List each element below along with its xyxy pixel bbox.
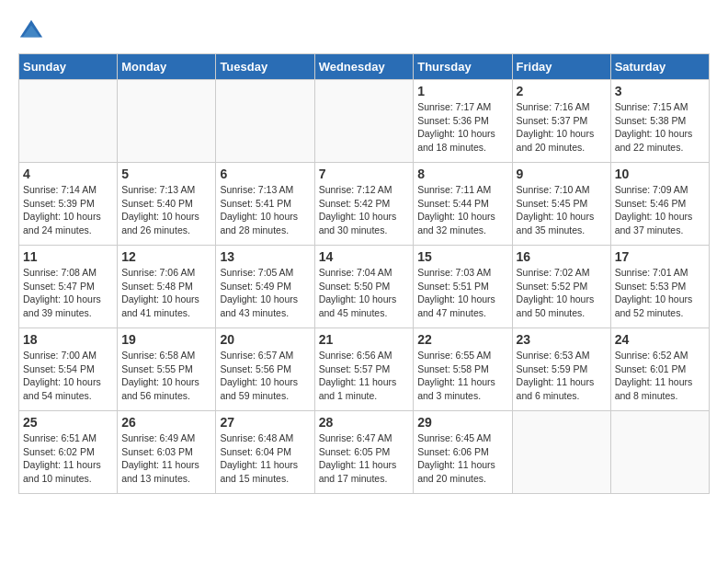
day-number: 2 bbox=[517, 84, 607, 98]
calendar-cell: 22Sunrise: 6:55 AMSunset: 5:58 PMDayligh… bbox=[414, 328, 512, 411]
calendar-cell bbox=[118, 80, 216, 163]
day-number: 1 bbox=[417, 84, 507, 98]
calendar-cell: 25Sunrise: 6:51 AMSunset: 6:02 PMDayligh… bbox=[19, 411, 118, 494]
day-number: 6 bbox=[220, 167, 310, 181]
calendar-table: SundayMondayTuesdayWednesdayThursdayFrid… bbox=[18, 53, 710, 494]
day-info: Sunrise: 7:17 AMSunset: 5:36 PMDaylight:… bbox=[417, 100, 507, 155]
day-number: 27 bbox=[220, 415, 310, 430]
calendar-cell: 9Sunrise: 7:10 AMSunset: 5:45 PMDaylight… bbox=[512, 163, 610, 246]
day-info: Sunrise: 7:14 AMSunset: 5:39 PMDaylight:… bbox=[23, 183, 113, 237]
day-number: 20 bbox=[220, 332, 310, 347]
calendar-cell: 13Sunrise: 7:05 AMSunset: 5:49 PMDayligh… bbox=[216, 246, 314, 328]
calendar-week-row: 25Sunrise: 6:51 AMSunset: 6:02 PMDayligh… bbox=[19, 411, 710, 494]
day-info: Sunrise: 7:04 AMSunset: 5:50 PMDaylight:… bbox=[319, 266, 410, 320]
day-number: 19 bbox=[121, 332, 211, 347]
calendar-cell: 3Sunrise: 7:15 AMSunset: 5:38 PMDaylight… bbox=[610, 80, 709, 163]
calendar-cell bbox=[19, 80, 118, 163]
calendar-header-row: SundayMondayTuesdayWednesdayThursdayFrid… bbox=[19, 54, 710, 80]
calendar-cell: 17Sunrise: 7:01 AMSunset: 5:53 PMDayligh… bbox=[610, 246, 709, 328]
day-info: Sunrise: 6:53 AMSunset: 5:59 PMDaylight:… bbox=[517, 349, 607, 403]
calendar-week-row: 1Sunrise: 7:17 AMSunset: 5:36 PMDaylight… bbox=[19, 80, 710, 163]
day-number: 3 bbox=[615, 84, 705, 98]
calendar-cell: 15Sunrise: 7:03 AMSunset: 5:51 PMDayligh… bbox=[414, 246, 512, 328]
calendar-cell bbox=[512, 411, 610, 494]
day-number: 28 bbox=[319, 415, 410, 430]
day-info: Sunrise: 7:00 AMSunset: 5:54 PMDaylight:… bbox=[23, 349, 113, 403]
day-info: Sunrise: 7:03 AMSunset: 5:51 PMDaylight:… bbox=[417, 266, 507, 320]
day-info: Sunrise: 6:57 AMSunset: 5:56 PMDaylight:… bbox=[220, 349, 310, 403]
day-number: 11 bbox=[23, 249, 113, 264]
day-number: 8 bbox=[417, 167, 507, 181]
day-number: 24 bbox=[615, 332, 705, 347]
day-header-tuesday: Tuesday bbox=[216, 54, 314, 80]
day-info: Sunrise: 6:51 AMSunset: 6:02 PMDaylight:… bbox=[23, 431, 113, 486]
calendar-cell: 19Sunrise: 6:58 AMSunset: 5:55 PMDayligh… bbox=[118, 328, 216, 411]
day-header-sunday: Sunday bbox=[19, 54, 118, 80]
day-info: Sunrise: 7:12 AMSunset: 5:42 PMDaylight:… bbox=[319, 183, 410, 237]
day-info: Sunrise: 6:52 AMSunset: 6:01 PMDaylight:… bbox=[615, 349, 705, 403]
day-number: 18 bbox=[23, 332, 113, 347]
day-number: 22 bbox=[417, 332, 507, 347]
calendar-cell: 8Sunrise: 7:11 AMSunset: 5:44 PMDaylight… bbox=[414, 163, 512, 246]
day-number: 23 bbox=[517, 332, 607, 347]
calendar-week-row: 4Sunrise: 7:14 AMSunset: 5:39 PMDaylight… bbox=[19, 163, 710, 246]
day-info: Sunrise: 7:16 AMSunset: 5:37 PMDaylight:… bbox=[517, 100, 607, 155]
calendar-cell bbox=[314, 80, 414, 163]
day-number: 21 bbox=[319, 332, 410, 347]
day-info: Sunrise: 6:58 AMSunset: 5:55 PMDaylight:… bbox=[121, 349, 211, 403]
calendar-cell: 29Sunrise: 6:45 AMSunset: 6:06 PMDayligh… bbox=[414, 411, 512, 494]
day-header-friday: Friday bbox=[512, 54, 610, 80]
day-number: 7 bbox=[319, 167, 410, 181]
day-info: Sunrise: 7:15 AMSunset: 5:38 PMDaylight:… bbox=[615, 100, 705, 155]
page-header bbox=[18, 18, 710, 44]
day-header-thursday: Thursday bbox=[414, 54, 512, 80]
calendar-cell: 1Sunrise: 7:17 AMSunset: 5:36 PMDaylight… bbox=[414, 80, 512, 163]
logo-icon bbox=[18, 18, 44, 44]
calendar-cell: 23Sunrise: 6:53 AMSunset: 5:59 PMDayligh… bbox=[512, 328, 610, 411]
calendar-cell: 26Sunrise: 6:49 AMSunset: 6:03 PMDayligh… bbox=[118, 411, 216, 494]
calendar-cell: 4Sunrise: 7:14 AMSunset: 5:39 PMDaylight… bbox=[19, 163, 118, 246]
day-header-saturday: Saturday bbox=[610, 54, 709, 80]
day-info: Sunrise: 7:13 AMSunset: 5:40 PMDaylight:… bbox=[121, 183, 211, 237]
day-info: Sunrise: 7:08 AMSunset: 5:47 PMDaylight:… bbox=[23, 266, 113, 320]
day-info: Sunrise: 7:10 AMSunset: 5:45 PMDaylight:… bbox=[517, 183, 607, 237]
calendar-cell bbox=[216, 80, 314, 163]
day-header-monday: Monday bbox=[118, 54, 216, 80]
day-number: 14 bbox=[319, 249, 410, 264]
day-number: 5 bbox=[121, 167, 211, 181]
day-info: Sunrise: 6:55 AMSunset: 5:58 PMDaylight:… bbox=[417, 349, 507, 403]
calendar-cell: 18Sunrise: 7:00 AMSunset: 5:54 PMDayligh… bbox=[19, 328, 118, 411]
calendar-cell: 5Sunrise: 7:13 AMSunset: 5:40 PMDaylight… bbox=[118, 163, 216, 246]
calendar-cell: 11Sunrise: 7:08 AMSunset: 5:47 PMDayligh… bbox=[19, 246, 118, 328]
day-number: 9 bbox=[517, 167, 607, 181]
day-info: Sunrise: 7:09 AMSunset: 5:46 PMDaylight:… bbox=[615, 183, 705, 237]
day-number: 4 bbox=[23, 167, 113, 181]
calendar-cell: 21Sunrise: 6:56 AMSunset: 5:57 PMDayligh… bbox=[314, 328, 414, 411]
day-number: 17 bbox=[615, 249, 705, 264]
day-info: Sunrise: 7:06 AMSunset: 5:48 PMDaylight:… bbox=[121, 266, 211, 320]
calendar-cell bbox=[610, 411, 709, 494]
day-info: Sunrise: 6:47 AMSunset: 6:05 PMDaylight:… bbox=[319, 431, 410, 486]
day-number: 29 bbox=[417, 415, 507, 430]
day-number: 13 bbox=[220, 249, 310, 264]
calendar-cell: 20Sunrise: 6:57 AMSunset: 5:56 PMDayligh… bbox=[216, 328, 314, 411]
calendar-cell: 6Sunrise: 7:13 AMSunset: 5:41 PMDaylight… bbox=[216, 163, 314, 246]
day-info: Sunrise: 6:48 AMSunset: 6:04 PMDaylight:… bbox=[220, 431, 310, 486]
logo bbox=[18, 18, 48, 44]
day-info: Sunrise: 6:49 AMSunset: 6:03 PMDaylight:… bbox=[121, 431, 211, 486]
day-number: 16 bbox=[517, 249, 607, 264]
calendar-cell: 14Sunrise: 7:04 AMSunset: 5:50 PMDayligh… bbox=[314, 246, 414, 328]
day-info: Sunrise: 6:45 AMSunset: 6:06 PMDaylight:… bbox=[417, 431, 507, 486]
day-info: Sunrise: 6:56 AMSunset: 5:57 PMDaylight:… bbox=[319, 349, 410, 403]
day-info: Sunrise: 7:13 AMSunset: 5:41 PMDaylight:… bbox=[220, 183, 310, 237]
day-number: 15 bbox=[417, 249, 507, 264]
calendar-cell: 7Sunrise: 7:12 AMSunset: 5:42 PMDaylight… bbox=[314, 163, 414, 246]
calendar-cell: 12Sunrise: 7:06 AMSunset: 5:48 PMDayligh… bbox=[118, 246, 216, 328]
calendar-cell: 16Sunrise: 7:02 AMSunset: 5:52 PMDayligh… bbox=[512, 246, 610, 328]
day-info: Sunrise: 7:02 AMSunset: 5:52 PMDaylight:… bbox=[517, 266, 607, 320]
day-number: 10 bbox=[615, 167, 705, 181]
calendar-week-row: 11Sunrise: 7:08 AMSunset: 5:47 PMDayligh… bbox=[19, 246, 710, 328]
day-info: Sunrise: 7:01 AMSunset: 5:53 PMDaylight:… bbox=[615, 266, 705, 320]
calendar-cell: 10Sunrise: 7:09 AMSunset: 5:46 PMDayligh… bbox=[610, 163, 709, 246]
calendar-cell: 28Sunrise: 6:47 AMSunset: 6:05 PMDayligh… bbox=[314, 411, 414, 494]
